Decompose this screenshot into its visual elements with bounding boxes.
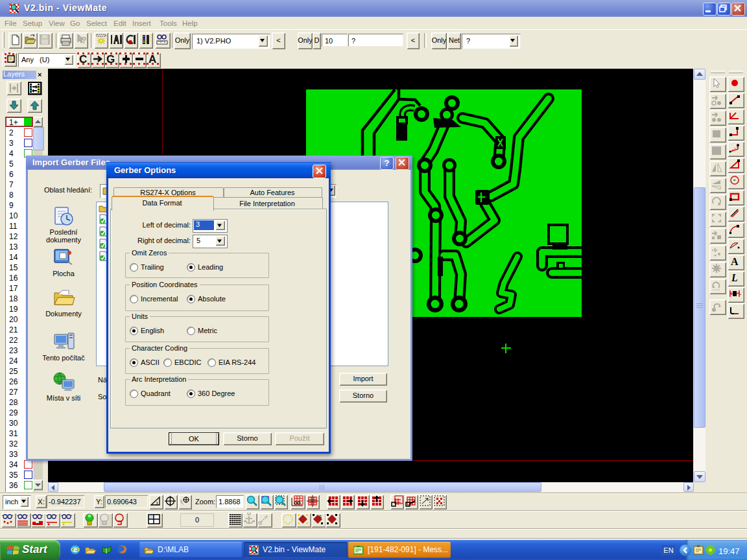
- svg-text:L: L: [731, 272, 738, 283]
- svg-text:s: s: [319, 513, 322, 519]
- svg-text:A: A: [148, 53, 156, 65]
- svg-text:C: C: [79, 53, 87, 65]
- svg-text:e: e: [73, 546, 77, 554]
- svg-text:G: G: [106, 53, 115, 65]
- svg-text:A: A: [731, 256, 739, 267]
- svg-text:?: ?: [81, 35, 87, 45]
